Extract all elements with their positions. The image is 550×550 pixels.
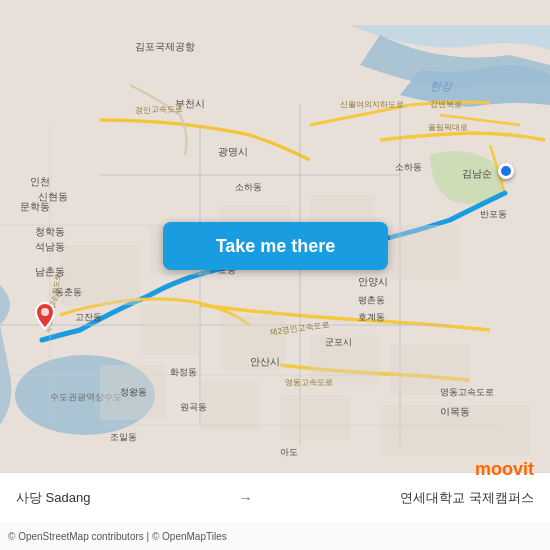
take-me-there-button[interactable]: Take me there [163,222,388,270]
svg-rect-17 [140,305,200,355]
svg-text:소하동: 소하동 [235,182,262,192]
svg-text:석남동: 석남동 [35,241,65,252]
svg-text:군포시: 군포시 [325,337,352,347]
svg-text:화정동: 화정동 [170,367,197,377]
svg-text:원곡동: 원곡동 [180,402,207,412]
svg-text:이목동: 이목동 [440,406,470,417]
svg-text:청학동: 청학동 [35,226,65,237]
svg-text:동춘동: 동춘동 [55,287,82,297]
svg-text:영동고속도로: 영동고속도로 [440,387,494,397]
svg-text:영동고속도로: 영동고속도로 [285,378,333,387]
origin-label: 사당 Sadang [16,489,90,507]
destination-pin [498,163,514,179]
svg-rect-23 [280,395,350,440]
origin-pin [34,302,56,330]
svg-text:김포국제공항: 김포국제공항 [135,41,195,52]
svg-text:소하동: 소하동 [395,162,422,172]
svg-text:아도: 아도 [280,447,298,457]
svg-rect-16 [390,225,460,280]
svg-rect-22 [200,380,260,430]
route-arrow: → [238,490,252,506]
svg-text:문학동: 문학동 [20,201,50,212]
attribution-bar: © OpenStreetMap contributors | © OpenMap… [0,522,550,550]
svg-text:신현동: 신현동 [38,191,68,202]
map-container: 수도권광역상수도 [0,0,550,550]
svg-text:한강: 한강 [430,80,454,92]
svg-text:경인고속도로: 경인고속도로 [135,104,183,115]
svg-text:안양시: 안양시 [358,276,388,287]
svg-text:신월여의지하도로: 신월여의지하도로 [340,100,404,109]
svg-text:정왕동: 정왕동 [120,387,147,397]
svg-text:조일동: 조일동 [110,432,137,442]
svg-text:반포동: 반포동 [480,209,507,219]
svg-text:안산시: 안산시 [250,356,280,367]
svg-text:강변북로: 강변북로 [430,100,462,109]
svg-point-65 [41,308,49,316]
svg-text:올림픽대로: 올림픽대로 [428,123,468,132]
svg-text:광명시: 광명시 [218,146,248,157]
svg-text:고잔동: 고잔동 [75,312,102,322]
svg-text:김남순: 김남순 [462,168,492,179]
origin-location: 사당 Sadang [16,489,90,507]
svg-text:인천: 인천 [30,176,50,187]
moovit-brand-text: moovit [475,459,534,480]
bottom-nav-bar: 사당 Sadang → 연세대학교 국제캠퍼스 moovit [0,472,550,522]
svg-text:호계동: 호계동 [358,312,385,322]
svg-text:평촌동: 평촌동 [358,295,385,305]
attribution-text: © OpenStreetMap contributors | © OpenMap… [8,531,227,542]
moovit-logo: moovit [459,444,550,494]
